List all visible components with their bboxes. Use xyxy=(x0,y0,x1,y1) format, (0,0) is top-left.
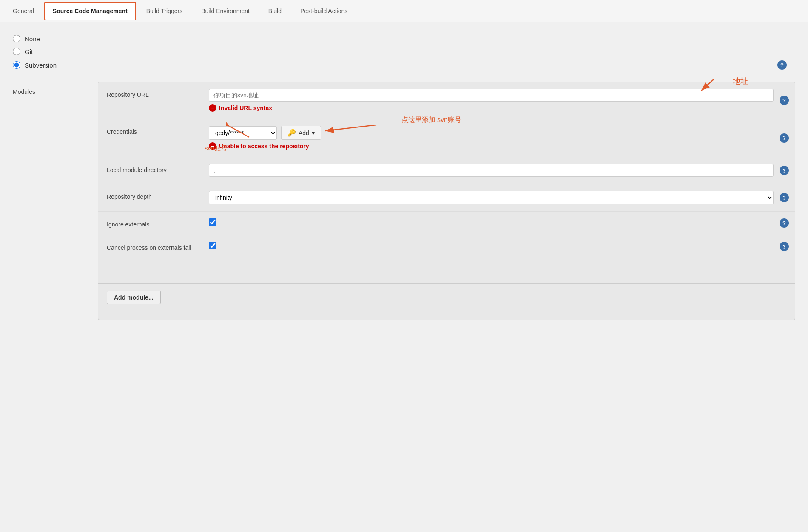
local-module-control xyxy=(209,164,774,177)
modules-panel: Repository URL 地址 xyxy=(98,82,795,320)
repo-url-row: Repository URL 地址 xyxy=(98,82,795,119)
ignore-externals-control xyxy=(209,218,774,226)
credentials-inputs: svn账号 gedy/****** xyxy=(209,126,774,140)
cancel-process-checkbox[interactable] xyxy=(209,242,216,249)
radio-git[interactable] xyxy=(13,48,20,55)
tab-bar: General Source Code Management Build Tri… xyxy=(0,0,808,22)
cancel-process-row: Cancel process on externals fail ? xyxy=(98,235,795,258)
tab-source-code-management[interactable]: Source Code Management xyxy=(44,2,136,20)
repo-url-annotation: 地址 xyxy=(733,76,748,86)
tab-build-triggers[interactable]: Build Triggers xyxy=(138,2,191,20)
repo-url-label: Repository URL xyxy=(107,89,209,98)
unable-access-text: Unable to access the repository xyxy=(219,143,309,150)
local-module-help-icon[interactable]: ? xyxy=(780,166,789,175)
repo-url-input[interactable] xyxy=(209,89,774,102)
ignore-externals-row: Ignore externals ? xyxy=(98,212,795,235)
add-module-row: Add module... xyxy=(98,283,795,311)
add-btn-chevron: ▾ xyxy=(312,130,315,136)
credentials-select[interactable]: gedy/****** xyxy=(209,126,277,140)
repo-depth-help-icon[interactable]: ? xyxy=(780,193,789,202)
tab-general[interactable]: General xyxy=(4,2,43,20)
ignore-externals-checkbox[interactable] xyxy=(209,218,216,226)
tab-build-environment[interactable]: Build Environment xyxy=(193,2,258,20)
radio-subversion[interactable] xyxy=(13,61,20,69)
modules-wrapper: Modules Repository URL 地址 xyxy=(13,82,795,320)
scm-git-label: Git xyxy=(25,48,33,55)
scm-subversion-label: Subversion xyxy=(25,62,57,69)
add-btn-label: Add xyxy=(299,130,309,136)
repo-depth-label: Repository depth xyxy=(107,191,209,200)
scm-option-subversion[interactable]: Subversion xyxy=(13,61,57,69)
ignore-externals-label: Ignore externals xyxy=(107,218,209,228)
key-icon: 🔑 xyxy=(287,129,296,137)
repo-url-help-icon[interactable]: ? xyxy=(780,96,789,105)
scm-option-none[interactable]: None xyxy=(13,35,795,42)
repo-depth-select[interactable]: infinityemptyfilesimmediates xyxy=(209,191,774,204)
credentials-row: Credentials svn账号 xyxy=(98,119,795,157)
unable-access-icon: − xyxy=(209,142,216,150)
ignore-externals-help-icon[interactable]: ? xyxy=(780,218,789,228)
error-icon: − xyxy=(209,104,216,112)
scm-option-git[interactable]: Git xyxy=(13,48,795,55)
scm-none-label: None xyxy=(25,35,40,42)
subversion-help-icon[interactable]: ? xyxy=(777,60,787,70)
invalid-url-error: − Invalid URL syntax xyxy=(209,104,774,112)
repo-depth-control: infinityemptyfilesimmediates xyxy=(209,191,774,204)
cancel-process-help-icon[interactable]: ? xyxy=(780,242,789,251)
credentials-control: svn账号 gedy/****** xyxy=(209,126,774,150)
cancel-process-control xyxy=(209,242,774,249)
main-content: None Git Subversion ? Modules Repository… xyxy=(0,22,808,532)
tab-build[interactable]: Build xyxy=(260,2,290,20)
add-module-button[interactable]: Add module... xyxy=(107,291,161,304)
local-module-input[interactable] xyxy=(209,164,774,177)
cancel-process-label: Cancel process on externals fail xyxy=(107,242,209,251)
tab-post-build[interactable]: Post-build Actions xyxy=(292,2,356,20)
radio-none[interactable] xyxy=(13,35,20,42)
scm-radio-group: None Git Subversion ? xyxy=(13,31,795,70)
local-module-label: Local module directory xyxy=(107,164,209,173)
repo-depth-row: Repository depth infinityemptyfilesimmed… xyxy=(98,184,795,212)
invalid-url-text: Invalid URL syntax xyxy=(219,105,272,111)
add-credentials-button[interactable]: 🔑 Add ▾ xyxy=(281,126,321,140)
unable-access-error: − Unable to access the repository xyxy=(209,142,774,150)
credentials-help-icon[interactable]: ? xyxy=(780,133,789,143)
modules-sidebar-label: Modules xyxy=(13,82,98,320)
add-arrow xyxy=(321,122,381,139)
svg-line-5 xyxy=(325,125,376,131)
repo-url-control: 地址 − Inva xyxy=(209,89,774,112)
local-module-row: Local module directory ? xyxy=(98,157,795,184)
credentials-label: Credentials xyxy=(107,126,209,135)
